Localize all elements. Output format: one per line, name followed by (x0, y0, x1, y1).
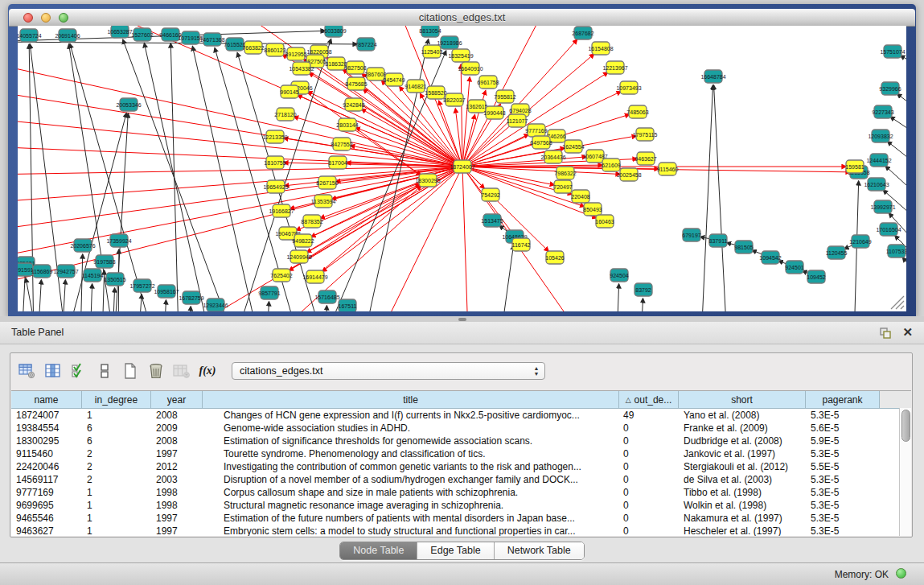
graph-node[interactable]: 159581 (845, 160, 864, 173)
graph-node[interactable]: 18300295 (415, 174, 440, 187)
graph-node[interactable]: 12444152 (866, 154, 891, 167)
graph-node[interactable]: 18724007 (450, 160, 474, 173)
graph-node[interactable]: 20206576 (70, 239, 95, 252)
graph-node[interactable]: 14671368 (199, 33, 224, 46)
graph-node[interactable]: 8454749 (383, 73, 405, 86)
graph-node[interactable]: 8475685 (345, 77, 367, 90)
graph-node[interactable]: 19166827 (269, 204, 294, 217)
column-header-name[interactable]: name (11, 391, 82, 408)
graph-node[interactable]: 9146821 (405, 80, 426, 93)
graph-node[interactable]: 8427552 (331, 138, 352, 150)
graph-node[interactable]: 12213967 (602, 61, 627, 74)
function-builder-icon[interactable]: f(x) (195, 360, 220, 382)
table-row[interactable]: 1456911722003Disruption of a novel membe… (11, 473, 911, 486)
table-row[interactable]: 2242004622012Investigating the contribut… (11, 460, 911, 473)
column-header-year[interactable]: year (151, 391, 203, 408)
column-header-short[interactable]: short (679, 391, 806, 408)
graph-node[interactable]: 1121077 (507, 114, 528, 127)
graph-node[interactable]: 9115460 (657, 163, 679, 175)
graph-node[interactable]: 9857791 (258, 286, 280, 299)
graph-node[interactable]: 17957272 (129, 279, 154, 292)
table-row[interactable]: 1938455462009Genome-wide association stu… (11, 422, 911, 435)
table-row[interactable]: 1830029562008Estimation of significance … (11, 435, 911, 447)
create-table-icon[interactable] (118, 360, 142, 382)
graph-node[interactable]: 1513475 (481, 214, 503, 227)
graph-node[interactable]: 105426 (545, 251, 564, 264)
column-header-pagerank[interactable]: pagerank (806, 391, 880, 408)
graph-node[interactable]: 1810755 (264, 156, 285, 169)
graph-node[interactable]: 7625402 (270, 269, 292, 282)
graph-node[interactable]: 1156869 (31, 265, 53, 278)
graph-node[interactable]: 16210643 (864, 178, 889, 191)
scrollbar-thumb[interactable] (901, 410, 910, 442)
graph-node[interactable]: 754292 (481, 188, 499, 201)
graph-node[interactable]: 16033809 (321, 26, 346, 37)
graph-node[interactable]: 1094542 (759, 251, 781, 264)
graph-node[interactable]: 8878352 (301, 215, 322, 228)
graph-node[interactable]: 1120455 (826, 246, 848, 259)
graph-node[interactable]: 9463627 (634, 152, 656, 165)
table-row[interactable]: 911546021997Tourette syndrome. Phenomeno… (11, 447, 911, 460)
graph-node[interactable]: 20691406 (55, 29, 80, 42)
graph-node[interactable]: 1527602 (131, 28, 153, 41)
table-settings-icon[interactable] (15, 360, 39, 382)
graph-node[interactable]: 19654925 (263, 180, 288, 193)
graph-node[interactable]: 160463 (595, 215, 614, 228)
table-row[interactable]: 946554611997Estimation of the future num… (11, 512, 911, 525)
network-graph[interactable]: 1405572420691406106532871527602946616010… (18, 26, 906, 311)
graph-node[interactable]: 1145194 (82, 269, 104, 282)
graph-node[interactable]: 7663822 (242, 41, 264, 54)
graph-node[interactable]: 15751074 (880, 45, 905, 58)
graph-node[interactable]: 10543382 (289, 62, 314, 75)
close-panel-icon[interactable]: ✕ (902, 325, 913, 340)
show-columns-icon[interactable] (41, 360, 65, 382)
graph-node[interactable]: 11353594 (311, 195, 336, 208)
graph-node[interactable]: 1350515 (104, 273, 125, 286)
graph-node[interactable]: 83792 (634, 283, 652, 296)
tab-network-table[interactable]: Network Table (494, 542, 584, 559)
graph-node[interactable]: 14055724 (18, 29, 42, 42)
graph-node[interactable]: 12093832 (868, 130, 893, 142)
table-row[interactable]: 1872400712008Changes of HCN gene express… (11, 409, 911, 422)
graph-node[interactable]: 12213359 (262, 130, 287, 143)
graph-node[interactable]: 10025458 (616, 168, 641, 181)
graph-node[interactable]: 15716485 (314, 290, 339, 303)
graph-node[interactable]: 8822037 (443, 93, 465, 106)
graph-node[interactable]: 16914479 (302, 270, 327, 283)
graph-node[interactable]: 720497 (553, 180, 572, 193)
column-header-out-de-[interactable]: △out_de... (619, 391, 679, 408)
graph-node[interactable]: 817004 (328, 156, 347, 169)
graph-node[interactable]: 9197588 (93, 255, 115, 268)
graph-node[interactable]: 8813054 (419, 26, 441, 37)
network-canvas[interactable]: 1405572420691406106532871527602946616010… (18, 26, 906, 311)
graph-node[interactable]: 7485063 (626, 105, 648, 118)
graph-node[interactable]: 10973493 (616, 81, 641, 94)
graph-node[interactable]: 2718120 (274, 108, 296, 121)
graph-node[interactable]: 6961758 (477, 76, 499, 89)
graph-node[interactable]: 220408 (571, 190, 589, 203)
row-height-icon[interactable] (92, 360, 117, 382)
graph-node[interactable]: 20364436 (540, 150, 565, 163)
graph-node[interactable]: 17359924 (106, 234, 131, 247)
splitter-handle-icon[interactable] (458, 318, 466, 321)
graph-node[interactable]: 990145 (280, 85, 298, 98)
graph-node[interactable]: 9827508 (344, 61, 366, 74)
graph-node[interactable]: 16154808 (588, 42, 613, 55)
graph-node[interactable]: 2803144 (336, 118, 358, 131)
graph-node[interactable]: 1624554 (562, 140, 584, 153)
select-columns-icon[interactable] (67, 360, 91, 382)
graph-node[interactable]: 1990448 (483, 106, 505, 119)
graph-node[interactable]: 9498222 (292, 234, 314, 247)
graph-node[interactable]: 837911 (709, 234, 728, 247)
graph-node[interactable]: 1107533 (886, 245, 906, 257)
graph-node[interactable]: 6497568 (530, 136, 552, 149)
graph-node[interactable]: 9329966 (879, 82, 901, 95)
tab-edge-table[interactable]: Edge Table (417, 542, 493, 559)
graph-node[interactable]: 17016504 (876, 223, 901, 236)
float-panel-icon[interactable] (879, 327, 892, 340)
graph-node[interactable]: 12923446 (203, 299, 228, 311)
resize-grip-icon[interactable] (891, 296, 904, 309)
graph-node[interactable]: 8267150 (316, 176, 338, 189)
graph-node[interactable]: 116742 (512, 238, 531, 251)
graph-node[interactable]: 8860123 (264, 43, 285, 56)
